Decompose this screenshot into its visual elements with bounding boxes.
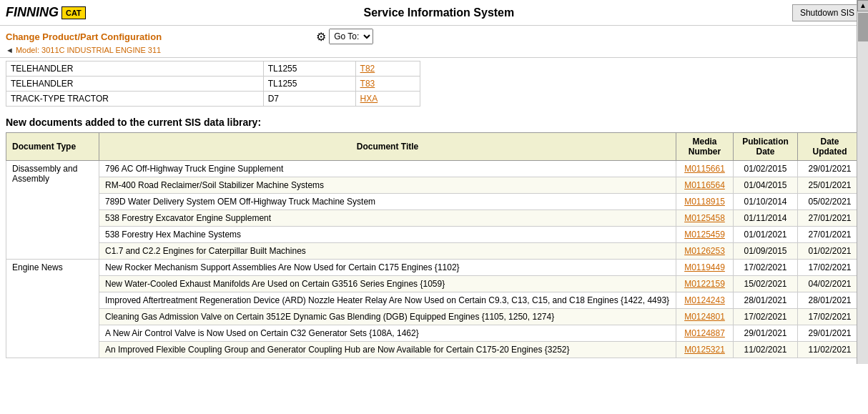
table-row: TELEHANDLER TL1255 T82 [6, 61, 420, 77]
change-config-link[interactable]: Change Product/Part Configuration [6, 31, 162, 42]
row-type: TELEHANDLER [6, 77, 264, 92]
col-header-doc-title: Document Title [99, 133, 676, 161]
row-date-updated: 28/01/2021 [798, 292, 862, 309]
scrollbar[interactable]: ▲ [857, 0, 868, 364]
row-pub-date: 17/02/2021 [734, 260, 798, 276]
logo-area: FINNING CAT [6, 5, 86, 20]
table-row: Engine News New Rocker Mechanism Support… [6, 260, 862, 276]
section-heading: New documents added to the current SIS d… [0, 109, 868, 132]
row-date-updated: 29/01/2021 [798, 325, 862, 342]
row-title: 789D Water Delivery System OEM Off-Highw… [99, 194, 676, 210]
row-model: TL1255 [263, 61, 355, 77]
row-date-updated: 27/01/2021 [798, 210, 862, 227]
row-title: RM-400 Road Reclaimer/Soil Stabilizer Ma… [99, 177, 676, 194]
row-title: 538 Forestry Hex Machine Systems [99, 227, 676, 243]
row-pub-date: 11/02/2021 [734, 342, 798, 358]
row-date-updated: 29/01/2021 [798, 161, 862, 177]
row-pub-date: 01/01/2021 [734, 227, 798, 243]
row-media-number[interactable]: M0119449 [676, 260, 734, 276]
row-media-number[interactable]: M0124887 [676, 325, 734, 342]
goto-select[interactable]: Go To: [329, 29, 373, 44]
top-models-table: TELEHANDLER TL1255 T82 TELEHANDLER TL125… [6, 61, 420, 107]
row-pub-date: 01/11/2014 [734, 210, 798, 227]
row-media-number[interactable]: M0126253 [676, 243, 734, 260]
col-header-pub-date: Publication Date [734, 133, 798, 161]
row-pub-date: 01/09/2015 [734, 243, 798, 260]
row-media-number[interactable]: M0124801 [676, 309, 734, 325]
row-media-number[interactable]: M0118915 [676, 194, 734, 210]
app-title: Service Information System [86, 6, 792, 19]
row-media-number[interactable]: M0125458 [676, 210, 734, 227]
table-row: Improved Aftertreatment Regeneration Dev… [6, 292, 862, 309]
row-pub-date: 15/02/2021 [734, 276, 798, 292]
row-pub-date: 01/02/2015 [734, 161, 798, 177]
model-label: Model: [16, 46, 39, 54]
cat-badge: CAT [61, 6, 86, 19]
row-title: C1.7 and C2.2 Engines for Caterpillar Bu… [99, 243, 676, 260]
table-row: TELEHANDLER TL1255 T83 [6, 77, 420, 92]
row-link[interactable]: HXA [355, 92, 420, 107]
row-title: Cleaning Gas Admission Valve on Certain … [99, 309, 676, 325]
table-row: TRACK-TYPE TRACTOR D7 HXA [6, 92, 420, 107]
goto-area: ⚙ Go To: [316, 29, 373, 44]
table-row: 789D Water Delivery System OEM Off-Highw… [6, 194, 862, 210]
row-date-updated: 27/01/2021 [798, 227, 862, 243]
row-date-updated: 05/02/2021 [798, 194, 862, 210]
row-date-updated: 04/02/2021 [798, 276, 862, 292]
row-date-updated: 01/02/2021 [798, 243, 862, 260]
scroll-up-button[interactable]: ▲ [857, 0, 868, 11]
row-model: TL1255 [263, 77, 355, 92]
row-pub-date: 01/10/2014 [734, 194, 798, 210]
row-title: New Water-Cooled Exhaust Manifolds Are U… [99, 276, 676, 292]
col-header-media-number: Media Number [676, 133, 734, 161]
row-title: A New Air Control Valve is Now Used on C… [99, 325, 676, 342]
row-title: An Improved Flexible Coupling Group and … [99, 342, 676, 358]
row-media-number[interactable]: M0125321 [676, 342, 734, 358]
table-row: C1.7 and C2.2 Engines for Caterpillar Bu… [6, 243, 862, 260]
row-doc-type: Engine News [6, 260, 99, 358]
table-row: Cleaning Gas Admission Valve on Certain … [6, 309, 862, 325]
row-media-number[interactable]: M0116564 [676, 177, 734, 194]
row-type: TRACK-TYPE TRACTOR [6, 92, 264, 107]
row-media-number[interactable]: M0125459 [676, 227, 734, 243]
row-media-number[interactable]: M0122159 [676, 276, 734, 292]
finning-logo-text: FINNING [6, 5, 59, 20]
col-header-date-updated: Date Updated [798, 133, 862, 161]
row-title: 538 Forestry Excavator Engine Supplement [99, 210, 676, 227]
row-link[interactable]: T82 [355, 61, 420, 77]
row-media-number[interactable]: M0115661 [676, 161, 734, 177]
row-date-updated: 17/02/2021 [798, 309, 862, 325]
table-row: 538 Forestry Hex Machine Systems M012545… [6, 227, 862, 243]
table-row: New Water-Cooled Exhaust Manifolds Are U… [6, 276, 862, 292]
row-date-updated: 17/02/2021 [798, 260, 862, 276]
row-date-updated: 25/01/2021 [798, 177, 862, 194]
col-header-doc-type: Document Type [6, 133, 99, 161]
row-model: D7 [263, 92, 355, 107]
model-line: ◄ Model: 3011C INDUSTRIAL ENGINE 311 [6, 46, 862, 54]
row-date-updated: 11/02/2021 [798, 342, 862, 358]
row-pub-date: 17/02/2021 [734, 309, 798, 325]
row-title: Improved Aftertreatment Regeneration Dev… [99, 292, 676, 309]
row-type: TELEHANDLER [6, 61, 264, 77]
scroll-thumb[interactable] [858, 13, 868, 41]
row-doc-type: Disassembly and Assembly [6, 161, 99, 260]
model-value: 3011C INDUSTRIAL ENGINE 311 [41, 46, 161, 54]
documents-table: Document Type Document Title Media Numbe… [6, 132, 862, 358]
table-row: 538 Forestry Excavator Engine Supplement… [6, 210, 862, 227]
row-media-number[interactable]: M0124243 [676, 292, 734, 309]
row-pub-date: 28/01/2021 [734, 292, 798, 309]
row-title: New Rocker Mechanism Support Assemblies … [99, 260, 676, 276]
goto-icon: ⚙ [316, 30, 326, 44]
row-title: 796 AC Off-Highway Truck Engine Suppleme… [99, 161, 676, 177]
table-row: Disassembly and Assembly 796 AC Off-High… [6, 161, 862, 177]
row-link[interactable]: T83 [355, 77, 420, 92]
row-pub-date: 01/04/2015 [734, 177, 798, 194]
table-row: An Improved Flexible Coupling Group and … [6, 342, 862, 358]
row-pub-date: 29/01/2021 [734, 325, 798, 342]
shutdown-button[interactable]: Shutdown SIS [792, 4, 862, 21]
table-row: A New Air Control Valve is Now Used on C… [6, 325, 862, 342]
table-row: RM-400 Road Reclaimer/Soil Stabilizer Ma… [6, 177, 862, 194]
